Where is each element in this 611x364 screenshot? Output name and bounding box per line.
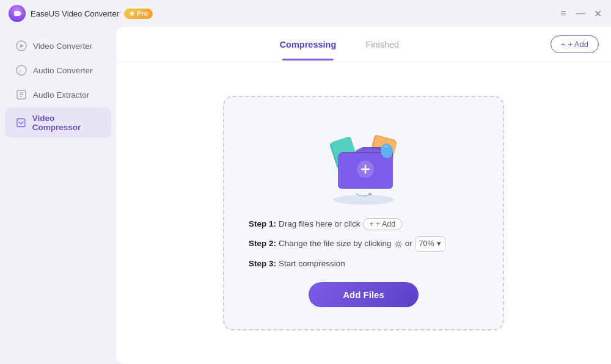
close-button[interactable]: ✕ xyxy=(593,9,602,18)
star-icon: ★ xyxy=(129,10,135,18)
tabs-header: Compressing Finished + + Add xyxy=(116,27,611,62)
step1-text: Drag files here or click xyxy=(279,218,360,230)
titlebar-controls: ≡ — ✕ xyxy=(558,9,602,18)
sidebar-label-video-compressor: Video Compressor xyxy=(32,114,100,132)
sidebar-label-audio-extractor: Audio Extractor xyxy=(33,90,89,100)
titlebar: EaseUS Video Converter ★ Pro ≡ — ✕ xyxy=(0,0,611,27)
sidebar-item-video-compressor[interactable]: Video Compressor xyxy=(5,107,111,138)
step-1: Step 1: Drag files here or click + + Add xyxy=(249,218,478,230)
add-files-button[interactable]: Add Files xyxy=(309,282,419,307)
svg-text:♪: ♪ xyxy=(19,67,22,74)
sidebar-label-video-converter: Video Converter xyxy=(33,42,92,51)
chevron-down-icon: ▾ xyxy=(437,238,441,250)
step-2: Step 2: Change the file size by clicking… xyxy=(249,236,478,252)
step1-add-button[interactable]: + + Add xyxy=(363,218,403,230)
step2-or: or xyxy=(405,238,412,250)
tab-compressing[interactable]: Compressing xyxy=(265,35,351,54)
svg-marker-13 xyxy=(368,192,372,195)
plus-icon-inline: + xyxy=(370,220,374,228)
menu-button[interactable]: ≡ xyxy=(558,9,568,18)
plus-icon: + xyxy=(561,40,566,49)
add-button[interactable]: + + Add xyxy=(551,35,599,53)
extract-icon xyxy=(16,89,27,100)
gear-icon xyxy=(394,240,403,249)
svg-rect-11 xyxy=(17,118,25,126)
audio-icon: ♪ xyxy=(16,65,27,76)
folder-illustration xyxy=(315,115,412,207)
tab-finished[interactable]: Finished xyxy=(351,35,414,54)
sidebar-item-audio-extractor[interactable]: Audio Extractor xyxy=(5,83,111,106)
drop-box[interactable]: Step 1: Drag files here or click + + Add… xyxy=(223,96,504,330)
step1-label: Step 1: xyxy=(249,218,276,230)
sidebar: Video Converter ♪ Audio Converter Audio … xyxy=(0,27,116,364)
sidebar-item-audio-converter[interactable]: ♪ Audio Converter xyxy=(5,59,111,82)
sidebar-label-audio-converter: Audio Converter xyxy=(33,66,93,75)
pro-badge: ★ Pro xyxy=(124,9,153,19)
step3-text: Start compression xyxy=(279,258,345,270)
step3-label: Step 3: xyxy=(249,258,276,270)
percent-select[interactable]: 70% ▾ xyxy=(415,236,445,252)
steps: Step 1: Drag files here or click + + Add… xyxy=(249,218,478,270)
main-layout: Video Converter ♪ Audio Converter Audio … xyxy=(0,27,611,364)
titlebar-left: EaseUS Video Converter ★ Pro xyxy=(9,5,153,22)
minimize-button[interactable]: — xyxy=(576,9,585,18)
svg-point-23 xyxy=(397,242,400,246)
app-title: EaseUS Video Converter xyxy=(31,9,119,18)
compress-icon xyxy=(16,117,26,128)
svg-marker-4 xyxy=(20,44,24,48)
app-logo-icon xyxy=(9,5,26,22)
step-3: Step 3: Start compression xyxy=(249,258,478,270)
step2-label: Step 2: xyxy=(249,238,276,250)
drop-zone: Step 1: Drag files here or click + + Add… xyxy=(116,62,611,364)
video-icon xyxy=(16,40,27,51)
content-area: Compressing Finished + + Add xyxy=(116,27,611,364)
sidebar-item-video-converter[interactable]: Video Converter xyxy=(5,34,111,57)
tabs-group: Compressing Finished xyxy=(128,35,551,54)
step2-text: Change the file size by clicking xyxy=(279,238,392,250)
